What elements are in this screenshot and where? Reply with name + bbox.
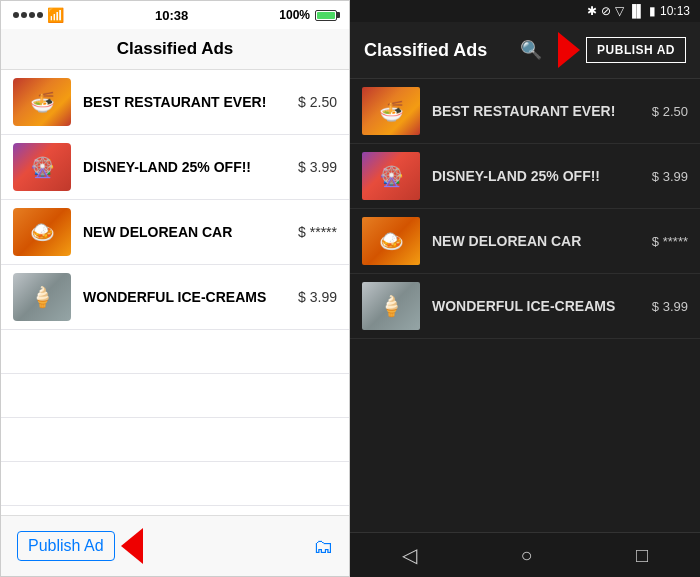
ios-battery-icon: [315, 10, 337, 21]
ad-info-3: NEW DELOREAN CAR $ *****: [83, 224, 337, 240]
list-item[interactable]: 🍛 NEW DELOREAN CAR $ *****: [1, 200, 349, 265]
ios-folder-icon[interactable]: 🗂: [313, 535, 333, 558]
android-recent-icon[interactable]: □: [636, 544, 648, 567]
android-wifi-off-icon: ▽: [615, 4, 624, 18]
ad-title-1: BEST RESTAURANT EVER!: [83, 94, 266, 110]
android-list-item[interactable]: 🍛 NEW DELOREAN CAR $ *****: [350, 209, 700, 274]
android-ad-price-2: $ 3.99: [652, 169, 688, 184]
android-battery-icon: ▮: [649, 4, 656, 18]
android-ad-info-1: BEST RESTAURANT EVER! $ 2.50: [432, 103, 688, 119]
android-ad-thumbnail-3: 🍛: [362, 217, 420, 265]
android-status-bar: ✱ ⊘ ▽ ▐▌ ▮ 10:13: [350, 0, 700, 22]
android-publish-area: PUBLISH AD: [554, 32, 686, 68]
android-toolbar-right: 🔍 PUBLISH AD: [520, 32, 686, 68]
red-arrow-right-icon: [558, 32, 580, 68]
android-publish-button[interactable]: PUBLISH AD: [586, 37, 686, 63]
empty-row-3: [1, 418, 349, 462]
android-list-item[interactable]: 🍦 WONDERFUL ICE-CREAMS $ 3.99: [350, 274, 700, 339]
android-list-item[interactable]: 🎡 DISNEY-LAND 25% OFF!! $ 3.99: [350, 144, 700, 209]
ad-title-4: WONDERFUL ICE-CREAMS: [83, 289, 266, 305]
list-item[interactable]: 🍦 WONDERFUL ICE-CREAMS $ 3.99: [1, 265, 349, 330]
ad-title-3: NEW DELOREAN CAR: [83, 224, 232, 240]
ios-dot-3: [29, 12, 35, 18]
thumb-emoji-1: 🍜: [13, 78, 71, 126]
android-ad-title-4: WONDERFUL ICE-CREAMS: [432, 298, 615, 314]
ios-status-left: 📶: [13, 7, 64, 23]
ad-thumbnail-1: 🍜: [13, 78, 71, 126]
ios-wifi-icon: 📶: [47, 7, 64, 23]
android-time: 10:13: [660, 4, 690, 18]
ios-bottom-bar: Publish Ad 🗂: [1, 515, 349, 576]
list-item[interactable]: 🍜 BEST RESTAURANT EVER! $ 2.50: [1, 70, 349, 135]
android-thumb-emoji-4: 🍦: [362, 282, 420, 330]
android-ad-price-3: $ *****: [652, 234, 688, 249]
android-ad-thumbnail-2: 🎡: [362, 152, 420, 200]
ios-time: 10:38: [155, 8, 188, 23]
ios-dot-2: [21, 12, 27, 18]
ad-thumbnail-4: 🍦: [13, 273, 71, 321]
android-ad-title-1: BEST RESTAURANT EVER!: [432, 103, 615, 119]
android-list-item[interactable]: 🍜 BEST RESTAURANT EVER! $ 2.50: [350, 79, 700, 144]
android-nav-bar: ◁ ○ □: [350, 532, 700, 577]
thumb-emoji-3: 🍛: [13, 208, 71, 256]
ad-info-4: WONDERFUL ICE-CREAMS $ 3.99: [83, 289, 337, 305]
android-toolbar-title: Classified Ads: [364, 40, 487, 61]
android-ad-title-3: NEW DELOREAN CAR: [432, 233, 581, 249]
ios-battery-percent: 100%: [279, 8, 310, 22]
android-bt-icon: ✱: [587, 4, 597, 18]
thumb-emoji-2: 🎡: [13, 143, 71, 191]
ad-title-2: DISNEY-LAND 25% OFF!!: [83, 159, 251, 175]
android-search-icon[interactable]: 🔍: [520, 39, 542, 61]
android-ads-list: 🍜 BEST RESTAURANT EVER! $ 2.50 🎡 DISNEY-…: [350, 79, 700, 532]
ad-thumbnail-2: 🎡: [13, 143, 71, 191]
android-signal-icon: ▐▌: [628, 4, 645, 18]
android-thumb-emoji-2: 🎡: [362, 152, 420, 200]
ios-battery-fill: [317, 12, 335, 19]
android-status-right: ✱ ⊘ ▽ ▐▌ ▮ 10:13: [587, 4, 690, 18]
android-ad-title-2: DISNEY-LAND 25% OFF!!: [432, 168, 600, 184]
ios-status-right: 100%: [279, 8, 337, 22]
ad-info-2: DISNEY-LAND 25% OFF!! $ 3.99: [83, 159, 337, 175]
ios-publish-button[interactable]: Publish Ad: [17, 531, 115, 561]
ios-signal-dots: [13, 12, 43, 18]
android-thumb-emoji-1: 🍜: [362, 87, 420, 135]
android-home-icon[interactable]: ○: [520, 544, 532, 567]
ios-publish-area: Publish Ad: [17, 528, 147, 564]
list-item[interactable]: 🎡 DISNEY-LAND 25% OFF!! $ 3.99: [1, 135, 349, 200]
ios-dot-1: [13, 12, 19, 18]
ad-thumbnail-3: 🍛: [13, 208, 71, 256]
android-ad-price-4: $ 3.99: [652, 299, 688, 314]
android-ad-info-3: NEW DELOREAN CAR $ *****: [432, 233, 688, 249]
empty-row-1: [1, 330, 349, 374]
ios-panel: 📶 10:38 100% Classified Ads 🍜 BEST RESTA…: [0, 0, 350, 577]
android-toolbar: Classified Ads 🔍 PUBLISH AD: [350, 22, 700, 79]
ios-ads-list: 🍜 BEST RESTAURANT EVER! $ 2.50 🎡 DISNEY-…: [1, 70, 349, 515]
ad-price-2: $ 3.99: [298, 159, 337, 175]
thumb-emoji-4: 🍦: [13, 273, 71, 321]
ad-info-1: BEST RESTAURANT EVER! $ 2.50: [83, 94, 337, 110]
ios-dot-4: [37, 12, 43, 18]
ad-price-1: $ 2.50: [298, 94, 337, 110]
red-arrow-left-icon: [121, 528, 143, 564]
android-ad-info-4: WONDERFUL ICE-CREAMS $ 3.99: [432, 298, 688, 314]
ios-status-bar: 📶 10:38 100%: [1, 1, 349, 29]
android-thumb-emoji-3: 🍛: [362, 217, 420, 265]
ios-nav-bar: Classified Ads: [1, 29, 349, 70]
ad-price-4: $ 3.99: [298, 289, 337, 305]
android-nosignal-icon: ⊘: [601, 4, 611, 18]
ad-price-3: $ *****: [298, 224, 337, 240]
android-back-icon[interactable]: ◁: [402, 543, 417, 567]
android-ad-thumbnail-4: 🍦: [362, 282, 420, 330]
empty-row-5: [1, 506, 349, 515]
ios-nav-title: Classified Ads: [117, 39, 234, 59]
android-panel: ✱ ⊘ ▽ ▐▌ ▮ 10:13 Classified Ads 🔍 PUBLIS…: [350, 0, 700, 577]
android-ad-info-2: DISNEY-LAND 25% OFF!! $ 3.99: [432, 168, 688, 184]
empty-row-2: [1, 374, 349, 418]
android-ad-thumbnail-1: 🍜: [362, 87, 420, 135]
android-ad-price-1: $ 2.50: [652, 104, 688, 119]
empty-row-4: [1, 462, 349, 506]
